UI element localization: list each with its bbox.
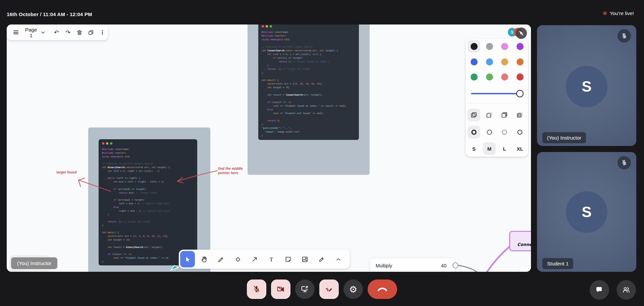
color-swatch-#4465e0[interactable]: [468, 55, 480, 68]
color-swatch-#e2a74e[interactable]: [498, 55, 511, 68]
text-tool-button[interactable]: T: [264, 251, 279, 267]
opacity-slider[interactable]: [471, 90, 523, 97]
code-screenshot-linear-search[interactable]: #include <iostream> #include <vector> us…: [248, 24, 370, 175]
participants-button[interactable]: [616, 280, 636, 300]
node-connector-handle[interactable]: [452, 262, 459, 268]
stop-following-button[interactable]: [516, 28, 527, 39]
session-schedule: 16th October / 11:04 AM - 12:04 PM: [7, 11, 92, 17]
annotation-target-found[interactable]: target found: [56, 170, 77, 174]
participant-avatar: S: [566, 66, 607, 107]
microphone-toggle-button[interactable]: [247, 279, 266, 299]
draw-tool-button[interactable]: [214, 251, 228, 267]
color-swatch-#d9772e[interactable]: [514, 55, 526, 68]
delete-button[interactable]: [74, 27, 85, 39]
select-tool-button[interactable]: [180, 251, 195, 267]
undo-button[interactable]: ↶: [51, 27, 62, 39]
fill-style-none-button[interactable]: [468, 109, 480, 121]
eraser-tool-button[interactable]: [230, 251, 245, 267]
trash-icon: [76, 29, 83, 36]
participant-tile-instructor[interactable]: S (You) Instructor: [537, 25, 636, 146]
slider-track: [471, 93, 523, 94]
connect-bubble-node[interactable]: Conne: [509, 231, 531, 251]
phone-down-icon: [377, 285, 388, 293]
whiteboard-annotate-button[interactable]: [319, 279, 339, 299]
chevron-down-icon: [41, 31, 45, 34]
color-swatch-#9ea3ab[interactable]: [483, 40, 496, 53]
note-tool-button[interactable]: [281, 251, 296, 267]
fill-semi-icon: [486, 111, 493, 119]
screen-share-button[interactable]: [295, 279, 315, 299]
annotation-line: pointer here: [218, 171, 243, 175]
fill-style-semi-button[interactable]: [483, 109, 496, 121]
fill-style-pattern-button[interactable]: [514, 109, 526, 121]
chat-button[interactable]: [590, 280, 609, 300]
dash-style-draw-button[interactable]: [468, 126, 480, 139]
code-text-binary-search: #include <iostream> #include <vector> us…: [99, 145, 197, 267]
mic-off-icon: [621, 159, 628, 166]
end-call-button[interactable]: [368, 279, 397, 299]
hand-tool-button[interactable]: [197, 251, 212, 267]
color-swatch-#2f9e68[interactable]: [468, 70, 480, 83]
size-xl-button[interactable]: XL: [514, 142, 526, 155]
settings-button[interactable]: ⚙: [343, 279, 363, 299]
color-swatch-#4ba1f1[interactable]: [483, 55, 496, 68]
image-tool-button[interactable]: [298, 251, 312, 267]
code-text-linear-search: #include <iostream> #include <vector> us…: [258, 28, 359, 141]
fill-style-solid-button[interactable]: [498, 109, 511, 121]
more-options-button[interactable]: ⋮: [97, 27, 108, 39]
more-tools-button[interactable]: [331, 251, 346, 267]
chat-bubble-icon: [595, 286, 604, 294]
participant-tile-student[interactable]: S Student 1: [537, 152, 636, 272]
panel-divider: [466, 103, 528, 103]
participant-name-label: Student 1: [542, 258, 573, 269]
redo-icon: ↷: [65, 30, 70, 36]
camera-toggle-button[interactable]: [271, 279, 290, 299]
dash-dotted-icon: [501, 129, 508, 136]
dash-style-solid-button[interactable]: [514, 126, 526, 139]
color-swatch-#e18ae6[interactable]: [498, 40, 511, 53]
duplicate-button[interactable]: [85, 27, 97, 39]
slider-thumb[interactable]: [516, 90, 524, 97]
whiteboard-canvas[interactable]: #include <iostream> #include <vector> us…: [7, 24, 531, 272]
mic-off-icon: [252, 285, 261, 294]
color-swatch-#64b35f[interactable]: [483, 70, 496, 83]
gear-icon: ⚙: [349, 285, 357, 294]
live-dot-icon: [603, 11, 607, 15]
duplicate-icon: [88, 29, 94, 36]
redo-button[interactable]: ↷: [62, 27, 73, 39]
live-label: You're live!: [610, 10, 634, 16]
scribble-pen-icon: [325, 285, 333, 294]
color-swatch-#9e3ed6[interactable]: [514, 40, 526, 53]
window-traffic-lights-icon: [99, 139, 197, 145]
size-l-button[interactable]: L: [498, 142, 511, 155]
screen-share-icon: [301, 285, 309, 294]
text-icon: T: [268, 256, 275, 263]
annotation-line: find the middle: [218, 166, 243, 171]
color-swatch-grid: [466, 39, 528, 92]
color-swatch-#1d1d1f[interactable]: [468, 40, 480, 53]
mic-off-icon: [621, 33, 628, 39]
camera-off-icon: [276, 285, 285, 294]
arrow-tool-button[interactable]: [247, 251, 262, 267]
svg-text:T: T: [270, 256, 273, 262]
size-s-button[interactable]: S: [468, 142, 480, 155]
page-select-dropdown[interactable]: Page 1: [21, 27, 47, 39]
color-swatch-#d23f3f[interactable]: [514, 70, 526, 83]
dash-style-dotted-button[interactable]: [498, 126, 511, 139]
annotation-middle-pointer[interactable]: find the middle pointer here: [218, 166, 243, 175]
board-menu-button[interactable]: [10, 27, 21, 39]
participant-name-label: (You) Instructor: [542, 132, 586, 143]
live-indicator: You're live!: [603, 10, 634, 16]
undo-icon: ↶: [54, 30, 59, 36]
fill-pattern-icon: [516, 111, 524, 119]
arrow-icon: [251, 256, 258, 263]
size-m-button[interactable]: M: [483, 142, 496, 155]
multiply-node[interactable]: Multiply 40: [370, 258, 455, 272]
color-swatch-#e57979[interactable]: [498, 70, 511, 83]
dash-style-dashed-button[interactable]: [483, 126, 496, 139]
highlighter-tool-button[interactable]: [314, 251, 329, 267]
chevron-up-icon: [335, 256, 342, 263]
people-icon: [622, 286, 631, 294]
fill-none-icon: [470, 111, 478, 119]
image-icon: [301, 256, 309, 263]
